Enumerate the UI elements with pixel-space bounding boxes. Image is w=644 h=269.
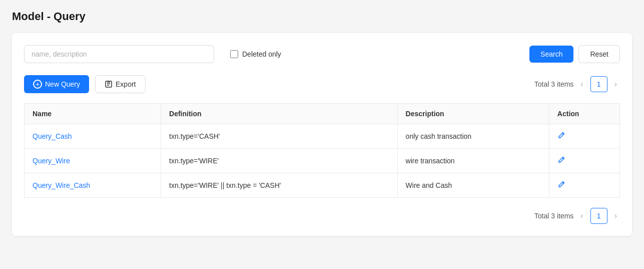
new-query-button[interactable]: + New Query <box>24 75 89 93</box>
query-name-link[interactable]: Query_Cash <box>33 132 72 140</box>
query-name-link[interactable]: Query_Wire_Cash <box>33 181 90 189</box>
page-number-top: 1 <box>590 76 607 92</box>
bottom-pagination: Total 3 items ‹ 1 › <box>24 208 620 224</box>
cell-name: Query_Wire_Cash <box>25 173 161 198</box>
table-head: Name Definition Description Action <box>25 104 620 124</box>
search-input[interactable] <box>24 45 214 63</box>
edit-icon[interactable] <box>557 157 565 165</box>
export-label: Export <box>116 80 136 88</box>
svg-line-6 <box>562 182 563 184</box>
deleted-only-group: Deleted only <box>230 50 281 58</box>
page-title: Model - Query <box>12 10 632 23</box>
main-card: Deleted only Search Reset + New Query Ex <box>12 33 632 236</box>
svg-line-4 <box>562 133 563 135</box>
col-header-description: Description <box>397 104 549 124</box>
col-header-definition: Definition <box>161 104 398 124</box>
cell-action <box>549 173 619 198</box>
query-name-link[interactable]: Query_Wire <box>33 157 70 165</box>
top-pagination: Total 3 items ‹ 1 › <box>534 76 620 92</box>
page-container: Model - Query Deleted only Search Reset … <box>0 0 644 269</box>
cell-definition: txn.type='WIRE' || txn.type = 'CASH' <box>161 173 398 198</box>
pencil-svg <box>557 156 565 164</box>
svg-line-5 <box>562 158 563 159</box>
prev-page-bottom[interactable]: ‹ <box>577 211 586 221</box>
search-row: Deleted only Search Reset <box>24 45 620 63</box>
plus-circle-icon: + <box>33 80 42 89</box>
col-header-name: Name <box>25 104 161 124</box>
reset-button[interactable]: Reset <box>578 45 620 63</box>
search-btn-group: Search Reset <box>529 45 620 63</box>
cell-name: Query_Cash <box>25 124 161 149</box>
export-button[interactable]: Export <box>95 75 145 93</box>
new-query-label: New Query <box>45 80 80 88</box>
cell-description: Wire and Cash <box>397 173 549 198</box>
table-row: Query_Wire_Cashtxn.type='WIRE' || txn.ty… <box>25 173 620 198</box>
edit-icon[interactable] <box>557 132 565 141</box>
edit-icon[interactable] <box>557 181 565 190</box>
table-row: Query_Wiretxn.type='WIRE'wire transactio… <box>25 149 620 173</box>
pencil-svg <box>557 180 565 188</box>
table-body: Query_Cashtxn.type='CASH'only cash trans… <box>25 124 620 198</box>
page-number-bottom: 1 <box>590 208 607 224</box>
total-items-bottom: Total 3 items <box>534 212 574 220</box>
data-table: Name Definition Description Action Query… <box>24 103 620 198</box>
deleted-only-label: Deleted only <box>242 50 281 58</box>
cell-description: wire transaction <box>397 149 549 173</box>
export-icon <box>105 80 113 88</box>
cell-definition: txn.type='CASH' <box>161 124 398 149</box>
next-page-bottom[interactable]: › <box>611 211 620 221</box>
prev-page-top[interactable]: ‹ <box>577 79 586 89</box>
next-page-top[interactable]: › <box>611 79 620 89</box>
table-row: Query_Cashtxn.type='CASH'only cash trans… <box>25 124 620 149</box>
deleted-only-checkbox[interactable] <box>230 50 238 58</box>
cell-action <box>549 124 619 149</box>
cell-description: only cash transaction <box>397 124 549 149</box>
cell-name: Query_Wire <box>25 149 161 173</box>
pencil-svg <box>557 131 565 139</box>
cell-definition: txn.type='WIRE' <box>161 149 398 173</box>
cell-action <box>549 149 619 173</box>
search-button[interactable]: Search <box>529 46 573 63</box>
toolbar-row: + New Query Export Total 3 items ‹ 1 › <box>24 75 620 93</box>
total-items-top: Total 3 items <box>534 80 574 88</box>
col-header-action: Action <box>549 104 619 124</box>
